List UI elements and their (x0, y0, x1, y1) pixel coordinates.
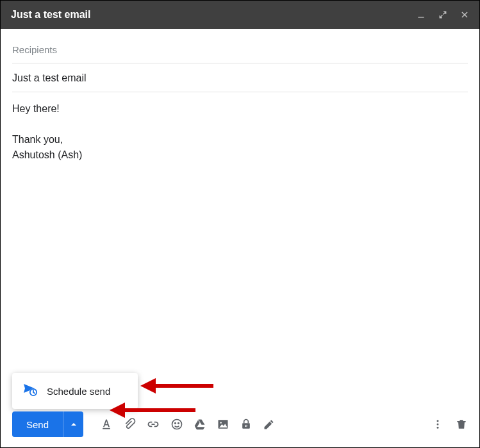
compose-body[interactable]: Hey there! Thank you, Ashutosh (Ash) (12, 92, 468, 163)
compose-toolbar: Send (12, 411, 468, 437)
schedule-send-label: Schedule send (47, 386, 110, 397)
send-button[interactable]: Send (12, 411, 63, 437)
attach-icon[interactable] (123, 418, 136, 431)
compose-titlebar: Just a test email (1, 1, 479, 29)
subject-field[interactable]: Just a test email (12, 63, 468, 92)
send-options-dropdown[interactable] (63, 411, 83, 437)
delete-icon[interactable] (455, 418, 468, 431)
svg-point-13 (437, 427, 439, 429)
photo-icon[interactable] (217, 418, 229, 431)
svg-point-8 (220, 422, 222, 424)
compose-format-icons (100, 418, 276, 431)
caret-up-icon (70, 421, 77, 427)
svg-point-12 (437, 424, 439, 426)
expand-icon[interactable] (438, 10, 447, 19)
compose-title: Just a test email (11, 9, 417, 21)
annotation-arrow (140, 378, 213, 394)
svg-point-11 (437, 420, 439, 422)
close-icon[interactable] (460, 10, 469, 19)
schedule-send-icon (22, 382, 38, 400)
send-split-button: Send (12, 411, 83, 437)
svg-point-6 (178, 423, 179, 424)
schedule-send-menu-item[interactable]: Schedule send (12, 373, 138, 409)
minimize-icon[interactable] (417, 10, 426, 19)
body-signature: Ashutosh (Ash) (12, 147, 468, 163)
emoji-icon[interactable] (170, 418, 183, 431)
link-icon[interactable] (146, 418, 160, 431)
more-options-icon[interactable] (432, 418, 443, 431)
body-greeting: Hey there! (12, 101, 468, 117)
svg-point-5 (175, 423, 176, 424)
body-signoff: Thank you, (12, 132, 468, 147)
confidential-icon[interactable] (240, 418, 252, 431)
pen-icon[interactable] (263, 418, 276, 431)
svg-rect-0 (418, 17, 424, 18)
compose-content: Recipients Just a test email Hey there! … (1, 29, 479, 169)
svg-point-4 (172, 420, 182, 429)
drive-icon[interactable] (194, 418, 206, 431)
formatting-icon[interactable] (100, 418, 113, 431)
svg-rect-3 (103, 428, 110, 429)
window-controls (417, 10, 469, 19)
recipients-field[interactable]: Recipients (12, 35, 468, 63)
